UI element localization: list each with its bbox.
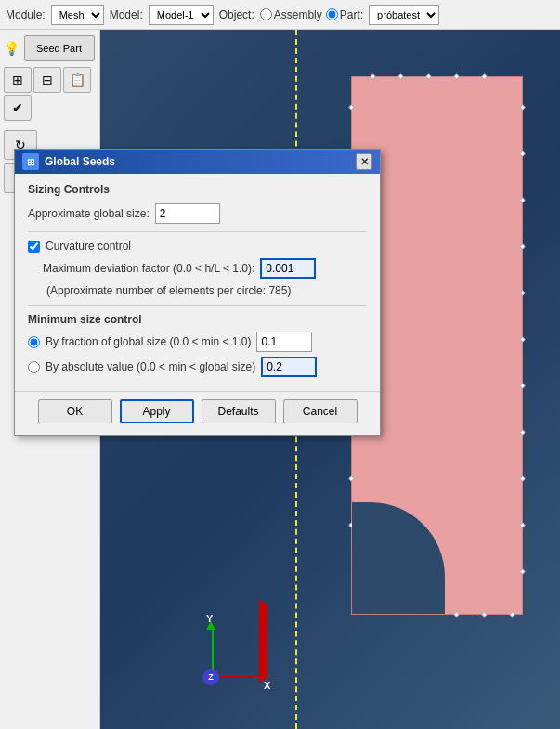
part-shape-cutout (352, 502, 445, 614)
x-axis-label: X (264, 680, 270, 691)
x-axis (212, 676, 263, 678)
seed-dot (519, 568, 526, 575)
defaults-button[interactable]: Defaults (202, 399, 276, 423)
seed-dot (519, 522, 526, 528)
max-deviation-input[interactable] (260, 258, 316, 279)
absolute-radio[interactable] (28, 361, 40, 373)
dialog-icon: ⊞ (22, 153, 39, 170)
seed-dot (519, 383, 526, 389)
mesh-icon-1[interactable]: ⊞ (4, 67, 32, 93)
curvature-control-row: Curvature control (28, 240, 367, 253)
ok-button[interactable]: OK (38, 399, 112, 423)
dialog-title: Global Seeds (45, 155, 115, 168)
seed-dot (519, 429, 526, 436)
seed-dot (519, 243, 526, 250)
seed-dot (370, 73, 376, 80)
cancel-button[interactable]: Cancel (283, 399, 358, 423)
model-select[interactable]: Model-1 (149, 5, 214, 25)
seed-dot (519, 290, 526, 296)
sizing-controls-title: Sizing Controls (28, 183, 367, 196)
fraction-radio-label: By fraction of global size (0.0 < min < … (46, 335, 251, 348)
seed-dot (519, 197, 526, 203)
left-toolbar-icons: ⊞ ⊟ 📋 ✔ (4, 67, 96, 121)
curvature-control-label: Curvature control (46, 240, 131, 253)
fraction-value-input[interactable] (256, 332, 312, 352)
assembly-radio-label[interactable]: Assembly (260, 8, 322, 21)
model-label: Model: (110, 8, 143, 21)
top-toolbar: Module: Mesh Model: Model-1 Object: Asse… (0, 0, 560, 30)
elements-per-circle-text: (Approximate number of elements per circ… (43, 284, 367, 297)
absolute-value-input[interactable] (261, 357, 317, 377)
apply-button[interactable]: Apply (120, 399, 194, 423)
fraction-radio[interactable] (28, 336, 40, 348)
dialog-close-button[interactable]: ✕ (356, 153, 372, 170)
x-axis-arrow (259, 600, 273, 683)
assembly-radio[interactable] (260, 8, 272, 20)
global-size-row: Approximate global size: (28, 203, 367, 224)
absolute-radio-row: By absolute value (0.0 < min < global si… (28, 357, 367, 377)
seed-dot (509, 611, 515, 618)
dialog-title-left: ⊞ Global Seeds (22, 153, 115, 170)
seed-dot (348, 104, 355, 111)
seed-dot (453, 73, 460, 80)
seed-dot (519, 150, 526, 157)
axes-widget: Z Y X (193, 604, 267, 678)
module-select[interactable]: Mesh (51, 5, 104, 25)
divider-2 (28, 305, 367, 306)
object-label: Object: (219, 8, 254, 21)
seed-dot (519, 104, 526, 111)
absolute-radio-label: By absolute value (0.0 < min < global si… (46, 360, 255, 373)
module-label: Module: (6, 8, 46, 21)
divider-1 (28, 231, 367, 232)
seed-dot (348, 475, 355, 482)
part-radio[interactable] (326, 8, 338, 20)
max-deviation-label: Maximum deviation factor (0.0 < h/L < 1.… (43, 262, 254, 275)
seed-dot (519, 475, 526, 482)
object-radio-group: Assembly Part: (260, 8, 363, 21)
seed-dot (425, 73, 432, 80)
curvature-control-checkbox[interactable] (28, 241, 40, 253)
global-size-input[interactable] (155, 203, 220, 224)
global-size-label: Approximate global size: (28, 207, 150, 220)
dialog-footer: OK Apply Defaults Cancel (15, 391, 380, 435)
mesh-icon-2[interactable]: ⊟ (33, 67, 61, 93)
mesh-icon-4[interactable]: ✔ (4, 95, 32, 121)
min-size-label: Minimum size control (28, 313, 367, 326)
max-deviation-row: Maximum deviation factor (0.0 < h/L < 1.… (28, 258, 367, 279)
seed-dot (481, 611, 488, 618)
seed-dot (481, 73, 488, 80)
mesh-icon-3[interactable]: 📋 (63, 67, 91, 93)
seed-part-button[interactable]: Seed Part (24, 35, 95, 61)
dialog-titlebar: ⊞ Global Seeds ✕ (15, 150, 380, 174)
part-radio-label[interactable]: Part: (326, 8, 363, 21)
fraction-radio-row: By fraction of global size (0.0 < min < … (28, 332, 367, 352)
global-seeds-dialog[interactable]: ⊞ Global Seeds ✕ Sizing Controls Approxi… (14, 149, 381, 436)
seed-dot (519, 336, 526, 343)
y-axis-label: Y (206, 613, 213, 624)
seed-dot (453, 611, 460, 618)
seed-dot (397, 73, 404, 80)
z-axis-circle: Z (202, 669, 219, 685)
part-select[interactable]: próbatest (369, 5, 439, 25)
dialog-body: Sizing Controls Approximate global size:… (15, 174, 380, 391)
